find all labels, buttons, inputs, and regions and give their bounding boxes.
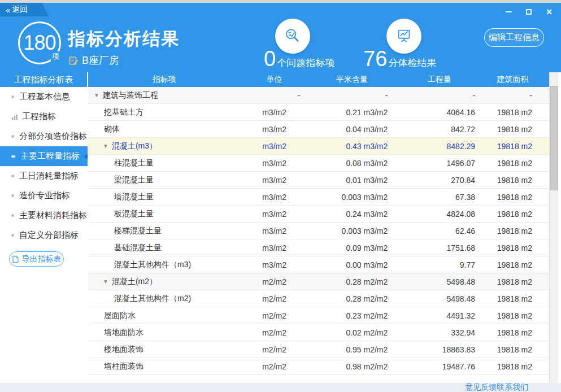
table-row[interactable]: 混凝土其他构件（m2)m2/m20.28 m2/m25498.4819818 m… bbox=[88, 290, 549, 307]
bullet-icon bbox=[11, 155, 15, 158]
close-button[interactable]: × bbox=[542, 6, 556, 18]
table-row[interactable]: 楼梯混凝土量m3/m20.003 m3/m262.4619818 m2 bbox=[88, 223, 549, 239]
table-row[interactable]: 屋面防水m2/m20.23 m2/m24491.3219818 m2 bbox=[88, 307, 549, 324]
sidebar-item-label: 工程指标 bbox=[22, 111, 56, 122]
indicator-name-cell: 梁混凝土量 bbox=[88, 175, 241, 185]
maximize-button[interactable] bbox=[521, 6, 536, 18]
indicator-table: 指标项 单位 平米含量 工程量 建筑面积 ▼建筑与装饰工程----挖基础土方m3… bbox=[88, 72, 549, 383]
per-sqm-cell: 0.28 m2/m2 bbox=[308, 277, 396, 286]
unit-cell: m3/m2 bbox=[241, 193, 308, 202]
sidebar-item-6[interactable]: 主要材料消耗指标 bbox=[0, 206, 88, 225]
score-value: 76 bbox=[363, 48, 387, 69]
unit-cell: m2/m2 bbox=[241, 362, 308, 371]
edit-project-info-button[interactable]: 编辑工程信息 bbox=[484, 28, 544, 47]
bullet-icon bbox=[11, 95, 14, 98]
unit-cell: m2/m2 bbox=[241, 328, 308, 337]
building-area-cell: 19818 m2 bbox=[483, 345, 549, 354]
table-row[interactable]: 柱混凝土量m3/m20.08 m3/m21496.0719818 m2 bbox=[88, 155, 549, 172]
table-row[interactable]: ▼建筑与装饰工程---- bbox=[88, 87, 549, 104]
per-sqm-cell: 0.02 m2/m2 bbox=[308, 328, 396, 337]
minimize-icon bbox=[506, 11, 512, 12]
per-sqm-cell: 0.28 m2/m2 bbox=[308, 294, 396, 303]
indicator-name: 墙柱面装饰 bbox=[104, 361, 143, 372]
indicator-name-cell: 墙柱面装饰 bbox=[88, 361, 241, 372]
unit-cell: m3/m2 bbox=[241, 227, 308, 236]
unit-cell: m2/m2 bbox=[241, 311, 308, 320]
table-row[interactable]: 基础混凝土量m3/m20.09 m3/m21751.6819818 m2 bbox=[88, 239, 549, 256]
contact-us-link[interactable]: 联系我们 bbox=[497, 382, 528, 392]
table-row[interactable]: 砌体m3/m20.04 m3/m2842.7219818 m2 bbox=[88, 121, 549, 138]
problem-label: 个问题指标项 bbox=[277, 56, 334, 69]
sidebar-item-2[interactable]: 分部分项造价指标 bbox=[0, 127, 88, 146]
unit-cell: - bbox=[241, 91, 308, 100]
table-row[interactable]: ▼混凝土(m2）m2/m20.28 m2/m25498.4819818 m2 bbox=[88, 273, 549, 290]
indicator-name-cell: 屋面防水 bbox=[88, 311, 241, 321]
unit-cell: m3/m2 bbox=[241, 243, 308, 252]
building-area-cell: 19818 m2 bbox=[483, 108, 549, 117]
sidebar-item-0[interactable]: 工程基本信息 bbox=[0, 87, 88, 107]
collapse-caret-icon[interactable]: ▼ bbox=[94, 92, 99, 98]
indicator-name-cell: ▼混凝土(m3） bbox=[88, 141, 241, 151]
building-area-cell: 19818 m2 bbox=[483, 311, 549, 320]
window-controls: × bbox=[501, 6, 556, 18]
quantity-cell: 4064.16 bbox=[395, 108, 483, 117]
collapse-caret-icon[interactable]: ▼ bbox=[103, 143, 108, 149]
sidebar-item-4[interactable]: 工日消耗量指标 bbox=[0, 166, 88, 186]
per-sqm-cell: 0.003 m3/m2 bbox=[308, 193, 396, 202]
sidebar-item-7[interactable]: 自定义分部指标 bbox=[0, 225, 88, 245]
magnifier-check-icon bbox=[283, 27, 302, 46]
per-sqm-cell: 0.09 m3/m2 bbox=[308, 243, 396, 252]
sidebar-item-1[interactable]: 工程指标 bbox=[0, 107, 88, 127]
per-sqm-cell: 0.21 m3/m2 bbox=[308, 108, 396, 117]
per-sqm-cell: 0.01 m3/m2 bbox=[308, 176, 396, 185]
table-row[interactable]: 墙地面防水m2/m20.02 m2/m2332.9419818 m2 bbox=[88, 324, 549, 341]
per-sqm-cell: 0.003 m3/m2 bbox=[308, 227, 396, 236]
table-row[interactable]: 梁混凝土量m3/m20.01 m3/m2270.8419818 m2 bbox=[88, 172, 549, 189]
table-row[interactable]: ▼混凝土(m3）m3/m20.43 m3/m28482.2919818 m2 bbox=[88, 138, 549, 155]
export-indicator-table-button[interactable]: 导出指标表 bbox=[9, 251, 64, 267]
minimize-button[interactable] bbox=[501, 6, 516, 18]
indicator-analysis-window: « 返回 × 180 项 指标分析结果 B座厂房 bbox=[0, 0, 561, 392]
collapse-caret-icon[interactable]: ▼ bbox=[103, 278, 108, 285]
indicator-name: 楼梯混凝土量 bbox=[114, 226, 162, 236]
building-area-cell: 19818 m2 bbox=[483, 260, 549, 269]
sidebar-item-label: 造价专业指标 bbox=[19, 190, 70, 201]
chart-board-icon bbox=[394, 27, 414, 46]
scrollbar-thumb[interactable] bbox=[550, 86, 558, 190]
table-row[interactable]: 挖基础土方m3/m20.21 m3/m24064.1619818 m2 bbox=[88, 104, 549, 121]
problem-count: 0 bbox=[264, 48, 276, 69]
bullet-icon bbox=[11, 175, 14, 177]
table-row[interactable]: 墙柱面装饰m2/m20.98 m2/m219487.7619818 m2 bbox=[88, 358, 549, 375]
table-header: 指标项 单位 平米含量 工程量 建筑面积 bbox=[88, 72, 549, 87]
table-row[interactable]: 混凝土其他构件（m3)m3/m20.00 m3/m29.7719818 m2 bbox=[88, 256, 549, 273]
indicator-name: 板混凝土量 bbox=[114, 209, 154, 219]
building-area-cell: 19818 m2 bbox=[483, 210, 549, 219]
sidebar-item-label: 分部分项造价指标 bbox=[19, 131, 87, 142]
unit-cell: m2/m2 bbox=[241, 345, 308, 354]
table-row[interactable]: 墙混凝土量m3/m20.003 m3/m267.3819818 m2 bbox=[88, 189, 549, 206]
per-sqm-cell: 0.24 m3/m2 bbox=[308, 210, 396, 219]
column-header-per-sqm: 平米含量 bbox=[308, 75, 396, 85]
indicator-count-unit: 项 bbox=[51, 51, 60, 62]
maximize-icon bbox=[526, 9, 532, 15]
indicator-name: 砌体 bbox=[104, 124, 120, 134]
indicator-name-cell: ▼建筑与装饰工程 bbox=[88, 90, 241, 101]
back-button[interactable]: « 返回 bbox=[0, 3, 49, 16]
unit-cell: m2/m2 bbox=[241, 277, 308, 286]
quantity-cell: 332.94 bbox=[395, 328, 483, 337]
vertical-scrollbar[interactable] bbox=[549, 72, 558, 383]
indicator-count-badge: 180 项 bbox=[18, 21, 61, 64]
table-row[interactable]: 板混凝土量m3/m20.24 m3/m24824.0819818 m2 bbox=[88, 206, 549, 223]
building-area-cell: 19818 m2 bbox=[483, 227, 549, 236]
sidebar-item-3[interactable]: 主要工程量指标 bbox=[0, 146, 88, 166]
per-sqm-cell: 0.08 m3/m2 bbox=[308, 159, 396, 168]
indicator-name: 柱混凝土量 bbox=[114, 158, 154, 168]
column-header-quantity: 工程量 bbox=[395, 75, 483, 85]
bullet-icon bbox=[11, 214, 14, 217]
per-sqm-cell: - bbox=[308, 91, 396, 100]
project-name-line[interactable]: B座厂房 bbox=[69, 54, 119, 67]
sidebar-item-5[interactable]: 造价专业指标 bbox=[0, 186, 88, 206]
feedback-link[interactable]: 意见反馈 bbox=[465, 382, 497, 392]
table-row[interactable]: 楼地面装饰m2/m20.95 m2/m218863.8319818 m2 bbox=[88, 341, 549, 358]
indicator-name: 屋面防水 bbox=[104, 311, 136, 321]
